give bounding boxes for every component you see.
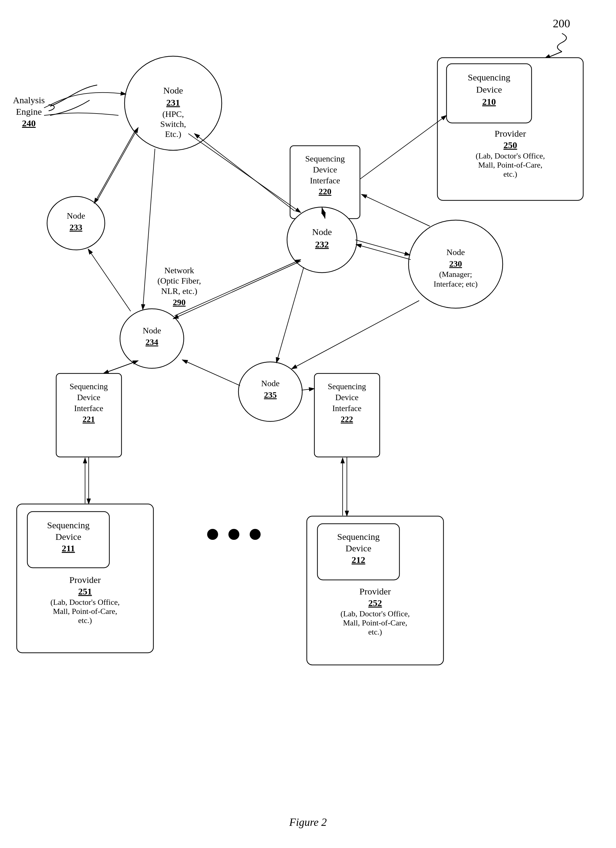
sd-211-line1: Sequencing	[47, 520, 90, 530]
node-233-number: 233	[70, 222, 82, 232]
sdi-221-line1: Sequencing	[70, 382, 108, 391]
provider-251-sub2: Mall, Point-of-Care,	[53, 607, 117, 616]
svg-line-19	[182, 360, 240, 385]
sdi-222-line2: Device	[335, 393, 358, 402]
provider-250-sub2: Mall, Point-of-Care,	[478, 161, 542, 169]
ellipsis-dot1	[207, 529, 218, 540]
figure-number: 200	[553, 17, 570, 30]
provider-251-sub1: (Lab, Doctor's Office,	[50, 598, 120, 606]
sd-210-number: 210	[482, 96, 496, 107]
sd-212-number: 212	[352, 555, 365, 565]
network-label3: NLR, etc.)	[161, 286, 197, 296]
svg-line-21	[276, 267, 304, 363]
network-label2: (Optic Fiber,	[157, 276, 201, 285]
provider-250-sub3: etc.)	[503, 170, 517, 178]
node-231-number: 231	[166, 98, 180, 107]
sd-212-line2: Device	[346, 543, 371, 553]
sdi-220-line3: Interface	[310, 176, 340, 185]
node-230-label: Node	[447, 248, 465, 257]
node-231-sub2: Switch,	[160, 119, 186, 129]
node-235-number: 235	[264, 390, 277, 400]
sd-210-line1: Sequencing	[468, 72, 510, 82]
network-number: 290	[173, 298, 186, 307]
sd-211-line2: Device	[56, 532, 82, 542]
node-234-label: Node	[143, 326, 161, 335]
svg-line-14	[356, 245, 411, 259]
svg-line-22	[292, 301, 419, 369]
svg-line-15	[361, 194, 430, 226]
node-231-sub1: (HPC,	[162, 109, 184, 119]
sdi-222-line1: Sequencing	[328, 382, 366, 391]
node-231-sub3: Etc.)	[165, 129, 181, 139]
svg-line-4	[194, 133, 295, 211]
node-233-label: Node	[67, 211, 85, 221]
analysis-engine-number: 240	[22, 118, 36, 128]
svg-line-3	[189, 133, 301, 212]
sdi-221-line3: Interface	[74, 404, 103, 413]
node-235-label: Node	[261, 379, 280, 388]
node-231-label: Node	[163, 85, 183, 95]
node-230-number: 230	[449, 259, 462, 268]
provider-250-label: Provider	[494, 128, 526, 138]
sd-212-line1: Sequencing	[337, 532, 380, 542]
sdi-221-line2: Device	[77, 393, 100, 402]
sd-210-line2: Device	[476, 85, 502, 95]
figure-label: Figure 2	[289, 816, 327, 828]
provider-251-number: 251	[79, 586, 92, 596]
svg-line-10	[88, 249, 131, 311]
provider-252-label: Provider	[359, 586, 390, 596]
sdi-222-line3: Interface	[332, 404, 361, 413]
analysis-engine-label1: Analysis	[13, 95, 45, 105]
node-230-sub1: (Manager;	[439, 270, 472, 279]
sdi-221-number: 221	[83, 415, 95, 424]
svg-line-18	[105, 361, 138, 373]
ellipsis-dot2	[229, 529, 239, 540]
provider-251-label: Provider	[69, 575, 101, 585]
provider-251-sub3: etc.)	[78, 616, 92, 625]
provider-252-number: 252	[368, 598, 382, 608]
node-234-number: 234	[145, 337, 158, 347]
provider-252-sub2: Mall, Point-of-Care,	[343, 618, 407, 627]
sd-211-number: 211	[62, 543, 75, 553]
provider-250-sub1: (Lab, Doctor's Office,	[476, 151, 545, 160]
svg-line-13	[355, 240, 410, 255]
sdi-220-number: 220	[319, 187, 331, 196]
svg-line-9	[143, 149, 155, 310]
provider-252-sub1: (Lab, Doctor's Office,	[340, 609, 410, 618]
provider-252-sub3: etc.)	[368, 627, 382, 636]
node-230-sub2: Interface; etc)	[433, 280, 478, 288]
provider-250-number: 250	[504, 140, 517, 150]
sdi-220-line2: Device	[313, 165, 337, 174]
svg-line-5	[94, 130, 135, 203]
sdi-222-number: 222	[341, 415, 353, 424]
diagram: 200 Sequencing Device 210 Provider 250 (…	[0, 0, 616, 848]
sdi-220-line1: Sequencing	[305, 154, 345, 163]
node-232-label: Node	[312, 227, 332, 237]
analysis-engine-label2: Engine	[16, 107, 42, 117]
node-232-number: 232	[315, 239, 329, 249]
svg-line-20	[301, 388, 315, 390]
ellipsis-dot3	[250, 529, 261, 540]
network-label1: Network	[164, 266, 194, 275]
svg-line-6	[97, 127, 138, 200]
svg-line-16	[360, 116, 447, 179]
